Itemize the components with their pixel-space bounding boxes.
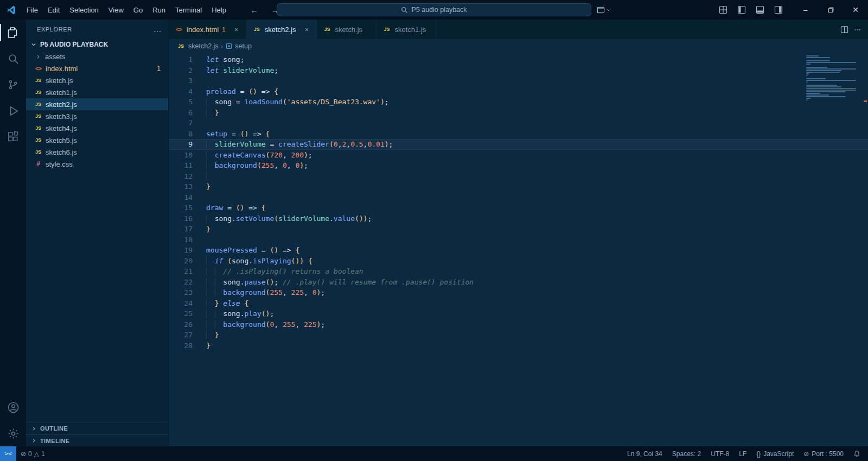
code-line-11[interactable]: 11 background(255, 0, 0); xyxy=(169,160,868,171)
code-line-13[interactable]: 13} xyxy=(169,181,868,192)
browser-preview-control[interactable] xyxy=(597,0,611,20)
code-line-10[interactable]: 10 createCanvas(720, 200); xyxy=(169,150,868,161)
line-number[interactable]: 4 xyxy=(169,86,193,97)
line-number[interactable]: 9 xyxy=(169,139,193,150)
line-number[interactable]: 26 xyxy=(169,319,193,330)
notifications-bell[interactable] xyxy=(853,450,860,457)
file-tree-item-assets[interactable]: assets xyxy=(26,50,168,62)
code-line-8[interactable]: 8setup = () => { xyxy=(169,129,868,140)
line-number[interactable]: 5 xyxy=(169,97,193,108)
activitybar-extensions-icon[interactable] xyxy=(0,124,26,150)
file-tree-item-sketch5.js[interactable]: JSsketch5.js xyxy=(26,134,168,146)
line-number[interactable]: 10 xyxy=(169,150,193,161)
breadcrumb-symbol[interactable]: setup xyxy=(235,42,252,50)
code-line-17[interactable]: 17} xyxy=(169,224,868,235)
menu-run[interactable]: Run xyxy=(148,3,170,17)
line-number[interactable]: 20 xyxy=(169,256,193,267)
toggle-secondary-sidebar-icon[interactable] xyxy=(771,3,786,17)
file-tree-item-sketch1.js[interactable]: JSsketch1.js xyxy=(26,86,168,98)
tab-index.html[interactable]: <>index.html1× xyxy=(169,20,247,39)
line-number[interactable]: 25 xyxy=(169,308,193,319)
code-editor[interactable]: 1let song;2let sliderVolume;34preload = … xyxy=(169,53,868,446)
code-line-26[interactable]: 26 background(0, 255, 225); xyxy=(169,319,868,330)
activitybar-settings-icon[interactable] xyxy=(0,420,26,446)
sidebar-section-outline[interactable]: OUTLINE xyxy=(26,422,168,434)
code-line-25[interactable]: 25 song.play(); xyxy=(169,308,868,319)
code-line-6[interactable]: 6 } xyxy=(169,108,868,118)
line-number[interactable]: 13 xyxy=(169,181,193,192)
command-center-search[interactable]: P5 audio playback xyxy=(277,3,591,16)
file-tree-item-sketch4.js[interactable]: JSsketch4.js xyxy=(26,122,168,134)
split-editor-icon[interactable] xyxy=(840,26,848,34)
activitybar-source-control-icon[interactable] xyxy=(0,72,26,98)
code-line-3[interactable]: 3 xyxy=(169,75,868,86)
line-number[interactable]: 16 xyxy=(169,213,193,224)
workspace-root-folder[interactable]: P5 AUDIO PLAYBACK xyxy=(26,39,168,50)
tab-close-icon[interactable]: × xyxy=(302,26,311,34)
code-line-27[interactable]: 27 } xyxy=(169,330,868,340)
indentation-status[interactable]: Spaces: 2 xyxy=(672,450,701,458)
toggle-primary-sidebar-icon[interactable] xyxy=(735,3,749,17)
line-number[interactable]: 7 xyxy=(169,118,193,129)
menu-selection[interactable]: Selection xyxy=(65,3,103,17)
line-number[interactable]: 6 xyxy=(169,108,193,118)
menu-view[interactable]: View xyxy=(104,3,129,17)
file-tree-item-index.html[interactable]: <>index.html1 xyxy=(26,62,168,74)
line-number[interactable]: 23 xyxy=(169,287,193,298)
file-tree-item-sketch.js[interactable]: JSsketch.js xyxy=(26,74,168,86)
back-icon[interactable]: ← xyxy=(248,5,260,15)
menu-go[interactable]: Go xyxy=(129,3,148,17)
remote-indicator[interactable]: >< xyxy=(0,446,16,461)
menu-file[interactable]: File xyxy=(22,3,43,17)
code-line-12[interactable]: 12 xyxy=(169,171,868,182)
customize-layout-icon[interactable] xyxy=(716,3,730,17)
line-number[interactable]: 17 xyxy=(169,224,193,235)
code-line-1[interactable]: 1let song; xyxy=(169,54,868,65)
file-tree-item-sketch6.js[interactable]: JSsketch6.js xyxy=(26,146,168,158)
explorer-more-actions-icon[interactable]: ... xyxy=(154,25,162,34)
code-line-7[interactable]: 7 xyxy=(169,118,868,129)
problems-status[interactable]: ⊘ 0 △ 1 xyxy=(16,446,49,461)
code-line-24[interactable]: 24 } else { xyxy=(169,298,868,309)
line-number[interactable]: 2 xyxy=(169,65,193,76)
line-number[interactable]: 11 xyxy=(169,160,193,171)
language-mode[interactable]: {} JavaScript xyxy=(756,450,794,458)
activitybar-account-icon[interactable] xyxy=(0,394,26,420)
code-line-22[interactable]: 22 song.pause(); // .play() will resume … xyxy=(169,277,868,288)
line-number[interactable]: 3 xyxy=(169,75,193,86)
line-number[interactable]: 12 xyxy=(169,171,193,182)
code-line-28[interactable]: 28} xyxy=(169,340,868,351)
line-number[interactable]: 8 xyxy=(169,129,193,140)
code-line-16[interactable]: 16 song.setVolume(sliderVolume.value()); xyxy=(169,213,868,224)
file-tree-item-style.css[interactable]: #style.css xyxy=(26,158,168,170)
toggle-panel-icon[interactable] xyxy=(753,3,767,17)
line-number[interactable]: 22 xyxy=(169,277,193,288)
breadcrumb-file[interactable]: sketch2.js xyxy=(188,42,219,50)
code-line-19[interactable]: 19mousePressed = () => { xyxy=(169,245,868,256)
file-tree-item-sketch2.js[interactable]: JSsketch2.js xyxy=(26,98,168,110)
code-line-14[interactable]: 14 xyxy=(169,192,868,203)
live-server-port[interactable]: ⊘ Port : 5500 xyxy=(803,450,844,458)
code-line-9[interactable]: 9 sliderVolume = createSlider(0,2,0.5,0.… xyxy=(169,139,868,150)
cursor-position[interactable]: Ln 9, Col 34 xyxy=(627,450,662,458)
tab-sketch.js[interactable]: JSsketch.js xyxy=(317,20,376,39)
line-number[interactable]: 24 xyxy=(169,298,193,309)
line-number[interactable]: 27 xyxy=(169,330,193,340)
tab-close-icon[interactable]: × xyxy=(232,26,241,34)
code-line-18[interactable]: 18 xyxy=(169,235,868,245)
line-number[interactable]: 19 xyxy=(169,245,193,256)
code-line-2[interactable]: 2let sliderVolume; xyxy=(169,65,868,76)
menu-help[interactable]: Help xyxy=(207,3,231,17)
maximize-button[interactable] xyxy=(818,0,843,20)
line-number[interactable]: 14 xyxy=(169,192,193,203)
menu-edit[interactable]: Edit xyxy=(43,3,65,17)
line-number[interactable]: 28 xyxy=(169,340,193,351)
activitybar-run-debug-icon[interactable] xyxy=(0,98,26,124)
tab-sketch1.js[interactable]: JSsketch1.js xyxy=(376,20,436,39)
eol-status[interactable]: LF xyxy=(739,450,746,458)
code-line-5[interactable]: 5 song = loadSound('assets/DS_Beat23.wav… xyxy=(169,97,868,108)
minimize-button[interactable]: – xyxy=(793,0,818,20)
line-number[interactable]: 18 xyxy=(169,235,193,245)
code-line-15[interactable]: 15draw = () => { xyxy=(169,203,868,213)
activitybar-explorer-icon[interactable] xyxy=(0,20,26,46)
